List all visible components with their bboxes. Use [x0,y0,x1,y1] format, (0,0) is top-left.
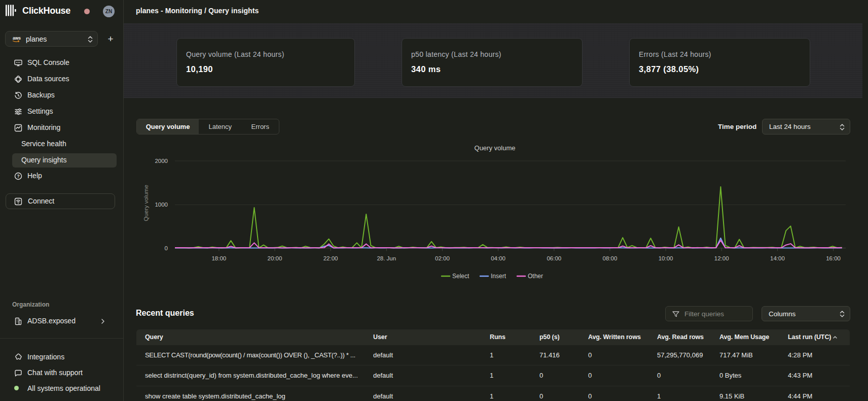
svg-text:0: 0 [165,245,168,251]
svg-text:18:00: 18:00 [211,255,226,261]
svg-text:Query volume: Query volume [143,185,149,221]
svg-text:2000: 2000 [155,158,168,164]
svg-text:02:00: 02:00 [435,255,450,261]
svg-text:12:00: 12:00 [714,255,729,261]
svg-text:Other: Other [528,273,543,280]
svg-text:14:00: 14:00 [770,255,785,261]
svg-text:1000: 1000 [155,202,168,208]
svg-text:10:00: 10:00 [659,255,673,261]
svg-text:06:00: 06:00 [547,255,561,261]
svg-text:20:00: 20:00 [268,255,282,261]
svg-text:04:00: 04:00 [491,255,505,261]
svg-text:08:00: 08:00 [603,255,618,261]
svg-text:?: ? [17,174,19,179]
svg-text:Insert: Insert [491,273,507,280]
svg-text:aws: aws [13,36,21,41]
svg-text:28. Jun: 28. Jun [377,255,396,261]
svg-text:16:00: 16:00 [826,255,841,261]
svg-text:Query volume: Query volume [475,144,516,152]
svg-text:22:00: 22:00 [323,255,338,261]
svg-text:Select: Select [452,273,469,280]
